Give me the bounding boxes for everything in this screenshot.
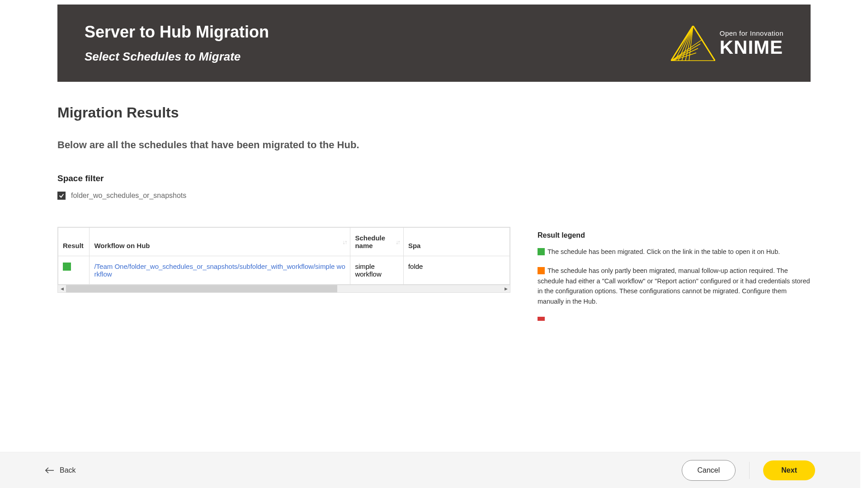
scrollbar-thumb[interactable] (66, 285, 337, 292)
schedule-name-cell: simple workflow (350, 256, 404, 285)
legend-item-fail (538, 315, 811, 321)
header-subtitle: Select Schedules to Migrate (85, 50, 269, 64)
col-header-schedule[interactable]: Schedule name ↓↑ (350, 228, 404, 256)
col-header-workflow-label: Workflow on Hub (94, 242, 150, 249)
header-title: Server to Hub Migration (85, 23, 269, 42)
results-table: Result Workflow on Hub ↓↑ Schedule name … (58, 227, 510, 285)
section-title: Migration Results (57, 104, 811, 121)
col-header-space[interactable]: Spa (403, 228, 509, 256)
col-header-workflow[interactable]: Workflow on Hub ↓↑ (90, 228, 350, 256)
scroll-left-icon[interactable]: ◀ (58, 285, 66, 292)
legend-square-green (538, 248, 545, 255)
legend-title: Result legend (538, 231, 811, 239)
triangle-icon (671, 26, 715, 61)
back-label: Back (60, 466, 76, 474)
logo-brand: KNIME (720, 38, 783, 57)
section-description: Below are all the schedules that have be… (57, 139, 811, 151)
workflow-link[interactable]: /Team One/folder_wo_schedules_or_snapsho… (94, 263, 345, 278)
space-filter-option: folder_wo_schedules_or_snapshots (71, 192, 186, 200)
space-cell: folde (403, 256, 509, 285)
legend-square-orange (538, 267, 545, 274)
space-filter-checkbox[interactable] (57, 192, 66, 200)
page-header: Server to Hub Migration Select Schedules… (57, 5, 811, 82)
col-header-result[interactable]: Result (58, 228, 90, 256)
legend-item-partial: The schedule has only partly been migrat… (538, 266, 811, 306)
legend-item-success: The schedule has been migrated. Click on… (538, 247, 811, 257)
space-filter-label: Space filter (57, 174, 811, 183)
logo-tagline: Open for Innovation (720, 29, 783, 37)
sort-icon: ↓↑ (396, 239, 400, 245)
svg-line-9 (671, 39, 703, 61)
status-indicator (63, 263, 71, 271)
legend-square-red (538, 317, 545, 321)
legend-orange-text: The schedule has only partly been migrat… (538, 267, 810, 305)
results-table-wrap: Result Workflow on Hub ↓↑ Schedule name … (57, 227, 510, 293)
next-button[interactable]: Next (763, 460, 815, 480)
check-icon (58, 192, 65, 199)
back-button[interactable]: Back (45, 466, 76, 474)
footer-divider (749, 462, 750, 479)
table-row: /Team One/folder_wo_schedules_or_snapsho… (58, 256, 510, 285)
wizard-footer: Back Cancel Next (0, 452, 860, 488)
arrow-left-icon (45, 467, 54, 474)
sort-icon: ↓↑ (342, 239, 346, 245)
scroll-right-icon[interactable]: ▶ (502, 285, 510, 292)
result-legend: Result legend The schedule has been migr… (538, 227, 811, 330)
legend-green-text: The schedule has been migrated. Click on… (547, 248, 780, 255)
col-header-schedule-label: Schedule name (355, 234, 385, 249)
cancel-button[interactable]: Cancel (682, 460, 736, 481)
knime-logo: Open for Innovation KNIME (671, 26, 783, 61)
table-horizontal-scrollbar[interactable]: ◀ ▶ (57, 285, 510, 293)
